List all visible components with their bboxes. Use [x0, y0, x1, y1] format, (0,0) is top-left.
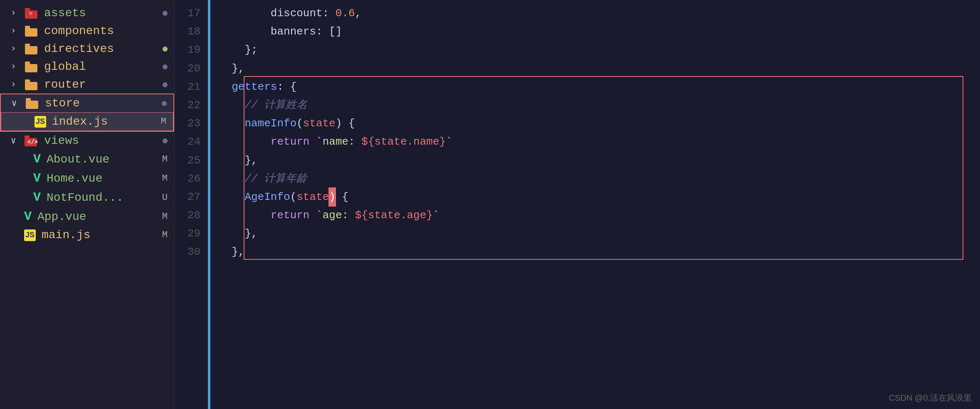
collapse-arrow: › — [8, 8, 18, 18]
folder-icon-directives — [24, 43, 38, 55]
dot-badge — [163, 64, 168, 69]
dot-badge — [162, 101, 167, 106]
folder-icon-assets — [24, 7, 38, 19]
sidebar-item-label: directives — [44, 42, 114, 55]
code-line-21: getters: { — [219, 78, 972, 96]
code-area: 17 18 19 20 21 22 23 24 25 26 27 28 29 3… — [175, 0, 980, 409]
svg-rect-10 — [25, 79, 30, 83]
sidebar-item-label: router — [44, 78, 86, 91]
svg-rect-14 — [25, 136, 30, 139]
sidebar-item-app-vue[interactable]: V App.vue M — [0, 207, 174, 226]
code-line-17: discount: 0.6, — [219, 4, 972, 22]
svg-rect-8 — [25, 62, 30, 65]
code-line-25: }, — [219, 151, 972, 170]
sidebar-item-router[interactable]: › router — [0, 76, 174, 94]
code-line-28: return `age: ${state.age}` — [219, 206, 972, 224]
code-content[interactable]: discount: 0.6, banners: [] }; }, getters… — [210, 0, 980, 409]
svg-rect-7 — [25, 64, 37, 72]
modified-badge: M — [162, 230, 168, 240]
sidebar-item-global[interactable]: › global — [0, 58, 174, 76]
watermark: CSDN @0.活在风浪里 — [889, 391, 972, 405]
folder-icon-views: </> — [24, 135, 38, 147]
sidebar-item-label: components — [44, 25, 114, 37]
svg-rect-1 — [25, 8, 30, 11]
code-line-23: nameInfo(state) { — [219, 114, 972, 133]
cursor: ) — [329, 188, 336, 206]
sidebar-item-label: About.vue — [47, 153, 109, 166]
svg-rect-5 — [25, 46, 37, 54]
svg-point-2 — [29, 12, 32, 15]
dot-badge — [163, 47, 168, 52]
code-line-22: // 计算姓名 — [219, 96, 972, 114]
sidebar-item-label: views — [44, 134, 79, 147]
js-file-icon: JS — [35, 116, 46, 128]
folder-icon-router — [24, 79, 38, 91]
modified-badge: M — [162, 173, 168, 184]
sidebar-item-label: App.vue — [37, 210, 86, 223]
file-explorer: › assets › components › directives › glo… — [0, 0, 175, 409]
code-line-30: }, — [219, 243, 972, 261]
untracked-badge: U — [162, 192, 168, 203]
sidebar-item-label: store — [45, 97, 80, 110]
dot-badge — [163, 138, 168, 143]
svg-text:</>: </> — [27, 139, 38, 145]
vue-file-icon: V — [24, 209, 32, 224]
dot-badge — [163, 82, 168, 87]
vue-file-icon: V — [33, 171, 41, 185]
sidebar-item-store[interactable]: ∨ store — [1, 94, 173, 112]
modified-badge: M — [162, 212, 168, 222]
sidebar-item-notfound-vue[interactable]: V NotFound... U — [0, 188, 174, 207]
code-line-27: AgeInfo(state) { — [219, 188, 972, 206]
store-group: ∨ store JS index.js M — [0, 94, 174, 132]
sidebar-item-components[interactable]: › components — [0, 22, 174, 40]
sidebar-item-home-vue[interactable]: V Home.vue M — [0, 169, 174, 188]
sidebar-item-assets[interactable]: › assets — [0, 4, 174, 22]
vue-file-icon: V — [33, 152, 41, 166]
modified-badge: M — [161, 116, 166, 127]
sidebar-item-label: Home.vue — [47, 172, 102, 185]
collapse-arrow: › — [8, 26, 18, 36]
folder-icon-store — [25, 98, 39, 109]
sidebar-item-main-js[interactable]: JS main.js M — [0, 226, 174, 244]
svg-rect-9 — [25, 82, 37, 90]
dot-badge — [163, 11, 168, 16]
code-line-20: }, — [219, 59, 972, 78]
code-line-18: banners: [] — [219, 22, 972, 41]
collapse-arrow: › — [8, 44, 18, 54]
code-line-29: }, — [219, 224, 972, 243]
svg-rect-12 — [26, 98, 31, 101]
sidebar-item-label: assets — [44, 7, 86, 20]
sidebar-item-label: global — [44, 60, 86, 73]
collapse-arrow: ∨ — [9, 98, 19, 109]
svg-rect-4 — [25, 26, 30, 29]
collapse-arrow: › — [8, 62, 18, 72]
folder-icon-global — [24, 61, 38, 73]
sidebar-item-directives[interactable]: › directives — [0, 40, 174, 58]
code-line-24: return `name: ${state.name}` — [219, 133, 972, 151]
code-line-19: }; — [219, 41, 972, 59]
sidebar-item-label: index.js — [52, 115, 108, 128]
svg-rect-3 — [25, 28, 37, 37]
collapse-arrow: ∨ — [8, 135, 18, 146]
sidebar-item-views[interactable]: ∨ </> views — [0, 132, 174, 150]
code-editor: 17 18 19 20 21 22 23 24 25 26 27 28 29 3… — [175, 0, 980, 409]
code-line-26: // 计算年龄 — [219, 170, 972, 188]
modified-badge: M — [162, 154, 168, 165]
svg-rect-6 — [25, 44, 30, 47]
sidebar-item-about-vue[interactable]: V About.vue M — [0, 150, 174, 169]
folder-icon-components — [24, 25, 38, 37]
collapse-arrow: › — [8, 79, 18, 90]
sidebar-item-label: NotFound... — [47, 191, 123, 204]
vue-file-icon: V — [33, 190, 41, 204]
js-file-icon: JS — [24, 229, 36, 241]
svg-rect-11 — [26, 101, 38, 109]
line-numbers: 17 18 19 20 21 22 23 24 25 26 27 28 29 3… — [175, 0, 208, 409]
sidebar-item-label: main.js — [42, 229, 91, 241]
sidebar-item-index-js[interactable]: JS index.js M — [1, 112, 173, 131]
